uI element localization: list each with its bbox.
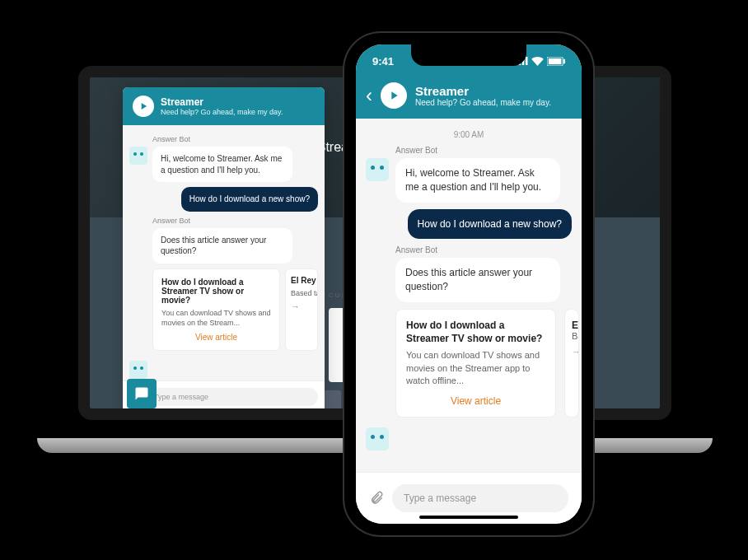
user-message: How do I download a new show?: [408, 209, 572, 240]
chat-fab[interactable]: [127, 379, 157, 408]
svg-rect-5: [549, 58, 562, 63]
chat-subtitle: Need help? Go ahead, make my day.: [415, 98, 551, 107]
chat-widget: Streamer Need help? Go ahead, make my da…: [123, 87, 325, 413]
user-message: How do I download a new show?: [181, 187, 318, 212]
bot-label: Answer Bot: [152, 217, 318, 225]
bot-followup: Does this article answer your question?: [152, 228, 292, 264]
home-indicator[interactable]: [419, 516, 518, 519]
bot-message: Hi, welcome to Streamer. Ask me a questi…: [152, 147, 292, 182]
article-card-secondary[interactable]: El Rey Based taoue →: [285, 268, 318, 351]
status-time: 9:41: [372, 55, 394, 68]
chat-title: Streamer: [415, 84, 551, 98]
message-input[interactable]: Type a message: [146, 388, 318, 406]
phone-chat-header: ‹ Streamer Need help? Go ahead, make my …: [356, 77, 582, 119]
chat-icon: [134, 386, 149, 401]
timestamp: 9:00 AM: [366, 130, 572, 139]
svg-rect-3: [526, 57, 528, 65]
article-title: El Rey: [291, 276, 312, 285]
bot-avatar-icon: [129, 361, 147, 379]
bot-label: Answer Bot: [395, 245, 572, 254]
back-button[interactable]: ‹: [366, 86, 372, 105]
article-snippet: You can download TV shows and movies on …: [406, 349, 545, 387]
phone-notch: [411, 44, 526, 66]
view-article-link[interactable]: View article: [406, 395, 545, 407]
chat-body: Answer Bot Hi, welcome to Streamer. Ask …: [123, 125, 325, 380]
wifi-icon: [531, 57, 544, 66]
chat-subtitle: Need help? Go ahead, make my day.: [161, 108, 283, 116]
article-card[interactable]: How do I download a Streamer TV show or …: [395, 309, 556, 418]
chat-header: Streamer Need help? Go ahead, make my da…: [123, 87, 325, 125]
article-snippet: You can download TV shows and movies on …: [161, 308, 271, 328]
article-title: How do I download a Streamer TV show or …: [161, 278, 271, 305]
chat-title: Streamer: [161, 96, 283, 108]
phone-chat-body: 9:00 AM Answer Bot Hi, welcome to Stream…: [356, 119, 582, 472]
phone-screen: 9:41 ‹ Streamer Need help? Go ahead, mak…: [356, 44, 582, 524]
brand-avatar: [381, 82, 407, 109]
article-card[interactable]: How do I download a Streamer TV show or …: [152, 268, 280, 351]
view-article-link[interactable]: View article: [161, 333, 271, 342]
article-card-secondary[interactable]: El Rey Base taoue →: [564, 309, 579, 418]
article-title: How do I download a Streamer TV show or …: [406, 320, 545, 345]
article-snippet: Based taoue: [291, 288, 312, 298]
bot-avatar-icon: [366, 158, 389, 181]
bot-label: Answer Bot: [152, 135, 318, 143]
bot-avatar-icon: [366, 427, 389, 450]
message-input[interactable]: Type a message: [392, 484, 568, 512]
bot-avatar-icon: [129, 147, 147, 165]
svg-rect-6: [563, 58, 565, 63]
phone-device: 9:41 ‹ Streamer Need help? Go ahead, mak…: [344, 33, 593, 535]
battery-icon: [547, 57, 565, 66]
attachment-icon[interactable]: [369, 491, 384, 506]
bot-followup: Does this article answer your question?: [395, 258, 560, 302]
bot-message: Hi, welcome to Streamer. Ask me a questi…: [395, 158, 560, 203]
brand-avatar: [133, 96, 154, 117]
bot-label: Answer Bot: [395, 146, 572, 155]
